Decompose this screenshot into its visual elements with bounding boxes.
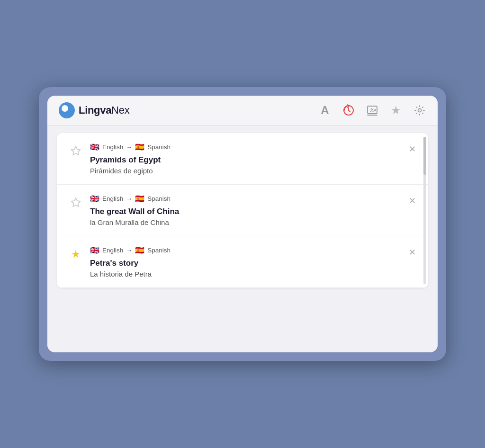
target-lang-2: Spanish (147, 195, 171, 202)
item-content-2: 🇬🇧 English → 🇪🇸 Spanish The great Wall o… (90, 194, 417, 226)
history-item: 🇬🇧 English → 🇪🇸 Spanish Pyramids of Egyp… (57, 133, 428, 185)
history-item: ★ 🇬🇧 English → 🇪🇸 Spanish Petra's story … (57, 236, 428, 288)
lang-line-3: 🇬🇧 English → 🇪🇸 Spanish (90, 246, 417, 255)
history-list: 🇬🇧 English → 🇪🇸 Spanish Pyramids of Egyp… (57, 133, 428, 288)
target-flag-1: 🇪🇸 (135, 143, 144, 152)
history-icon[interactable] (342, 104, 355, 117)
font-size-icon[interactable]: A (318, 104, 332, 117)
original-text-1: Pyramids of Egypt (90, 155, 417, 165)
target-flag-3: 🇪🇸 (135, 246, 144, 255)
content-area: 🇬🇧 English → 🇪🇸 Spanish Pyramids of Egyp… (47, 125, 438, 352)
translated-text-3: La historia de Petra (90, 270, 417, 278)
item-content-3: 🇬🇧 English → 🇪🇸 Spanish Petra's story La… (90, 246, 417, 278)
logo-bold: Lingva (79, 104, 111, 116)
svg-point-4 (418, 109, 422, 112)
toolbar: LingvaNex A (47, 96, 438, 125)
star-button-1[interactable] (68, 143, 83, 159)
scrollbar-track (423, 137, 426, 284)
source-lang-3: English (102, 247, 123, 254)
app-title: LingvaNex (79, 104, 129, 116)
logo-area: LingvaNex (59, 102, 318, 118)
translated-text-2: la Gran Muralla de China (90, 218, 417, 226)
scrollbar-thumb[interactable] (423, 137, 426, 175)
arrow-1: → (126, 143, 132, 151)
target-flag-2: 🇪🇸 (135, 194, 144, 203)
star-button-2[interactable] (68, 195, 83, 210)
target-lang-3: Spanish (147, 247, 171, 254)
logo-light: Nex (111, 104, 129, 116)
lang-line-2: 🇬🇧 English → 🇪🇸 Spanish (90, 194, 417, 203)
close-button-2[interactable]: ✕ (405, 194, 419, 207)
arrow-2: → (126, 195, 132, 202)
star-button-3[interactable]: ★ (68, 247, 83, 262)
history-item: 🇬🇧 English → 🇪🇸 Spanish The great Wall o… (57, 185, 428, 236)
arrow-3: → (126, 247, 132, 254)
app-window: LingvaNex A (39, 87, 446, 361)
close-button-3[interactable]: ✕ (405, 246, 419, 259)
original-text-2: The great Wall of China (90, 207, 417, 216)
source-flag-2: 🇬🇧 (90, 194, 99, 203)
close-button-1[interactable]: ✕ (405, 143, 419, 156)
translated-text-1: Pirámides de egipto (90, 167, 417, 175)
settings-icon[interactable] (413, 104, 426, 117)
toolbar-icons: A 文A (318, 104, 426, 117)
item-content-1: 🇬🇧 English → 🇪🇸 Spanish Pyramids of Egyp… (90, 143, 417, 175)
source-flag-1: 🇬🇧 (90, 143, 99, 152)
original-text-3: Petra's story (90, 259, 417, 268)
source-lang-2: English (102, 195, 123, 202)
source-lang-1: English (102, 143, 123, 151)
empty-space (57, 288, 428, 345)
image-translate-icon[interactable]: 文A (366, 104, 379, 117)
window-inner: LingvaNex A (47, 96, 438, 352)
target-lang-1: Spanish (147, 143, 171, 151)
svg-text:文A: 文A (370, 108, 377, 112)
favorites-icon[interactable]: ★ (389, 104, 403, 117)
source-flag-3: 🇬🇧 (90, 246, 99, 255)
logo-icon (59, 102, 75, 118)
lang-line-1: 🇬🇧 English → 🇪🇸 Spanish (90, 143, 417, 152)
